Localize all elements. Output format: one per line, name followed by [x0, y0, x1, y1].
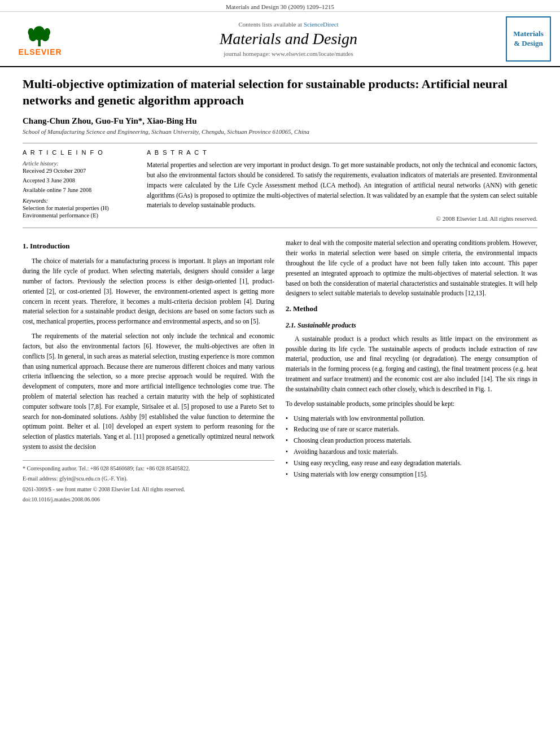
elsevier-logo: ELSEVIER [9, 22, 71, 56]
body-columns: 1. Introduction The choice of materials … [23, 238, 537, 506]
journal-reference: Materials and Design 30 (2009) 1209–1215 [226, 3, 334, 10]
info-abstract-row: A R T I C L E I N F O Article history: R… [23, 143, 537, 228]
copyright-notice: © 2008 Elsevier Ltd. All rights reserved… [147, 215, 537, 222]
journal-name-block: Contents lists available at ScienceDirec… [71, 21, 506, 57]
keyword-2: Environmental performance (E) [23, 212, 135, 219]
top-meta-bar: Materials and Design 30 (2009) 1209–1215 [0, 0, 560, 12]
sciencedirect-link[interactable]: ScienceDirect [304, 21, 339, 28]
bullet-item-5: Using easy recycling, easy reuse and eas… [286, 458, 537, 469]
journal-header: ELSEVIER Contents lists available at Sci… [0, 12, 560, 67]
footnote-email: E-mail address: gfyin@scu.edu.cn (G.-F. … [23, 474, 274, 483]
page: Materials and Design 30 (2009) 1209–1215… [0, 0, 560, 747]
body-para-1: The choice of materials for a manufactur… [23, 256, 274, 327]
abstract-text: Material properties and selection are ve… [147, 160, 537, 211]
authors: Chang-Chun Zhou, Guo-Fu Yin*, Xiao-Bing … [23, 116, 537, 126]
body-para-2: The requirements of the material selecti… [23, 331, 274, 452]
article-info-heading: A R T I C L E I N F O [23, 149, 135, 156]
journal-logo-line2: & Design [514, 39, 543, 49]
accepted-date: Accepted 3 June 2008 [23, 177, 135, 184]
contents-link: Contents lists available at ScienceDirec… [71, 21, 506, 28]
keyword-1: Selection for material properties (H) [23, 205, 135, 211]
journal-logo-line1: Materials [513, 29, 543, 39]
body-para-5: To develop sustainable products, some pr… [286, 399, 537, 409]
received-date: Received 29 October 2007 [23, 168, 135, 174]
journal-homepage: journal homepage: www.elsevier.com/locat… [71, 50, 506, 57]
abstract-heading: A B S T R A C T [147, 149, 537, 156]
journal-title: Materials and Design [71, 30, 506, 48]
affiliation: School of Manufacturing Science and Engi… [23, 128, 537, 135]
column-left: 1. Introduction The choice of materials … [23, 238, 274, 506]
bullet-item-3: Choosing clean production process materi… [286, 436, 537, 446]
footnote-issn: 0261-3069/$ - see front matter © 2008 El… [23, 485, 274, 494]
bullet-item-1: Using materials with low environmental p… [286, 414, 537, 424]
section2-heading: 2. Method [286, 303, 537, 314]
main-content: Multi-objective optimization of material… [0, 67, 560, 517]
subsection21-heading: 2.1. Sustainable products [286, 320, 537, 331]
section1-heading: 1. Introduction [23, 241, 274, 252]
footnote-doi: doi:10.1016/j.matdes.2008.06.006 [23, 495, 274, 504]
body-para-4: A sustainable product is a product which… [286, 334, 537, 395]
body-para-3: maker to deal with the composite materia… [286, 238, 537, 299]
journal-logo-right: Materials & Design [506, 16, 551, 62]
elsevier-tree-icon [16, 22, 64, 47]
bullet-item-2: Reducing use of rare or scarce materials… [286, 425, 537, 435]
footnote-corresponding: * Corresponding author. Tel.: +86 028 85… [23, 464, 274, 473]
column-right: maker to deal with the composite materia… [286, 238, 537, 506]
bullet-item-6: Using materials with low energy consumpt… [286, 470, 537, 480]
keywords-label: Keywords: [23, 198, 135, 204]
svg-point-4 [28, 28, 34, 36]
elsevier-wordmark: ELSEVIER [18, 47, 62, 56]
abstract-block: A B S T R A C T Material properties and … [147, 149, 537, 222]
footnote-area: * Corresponding author. Tel.: +86 028 85… [23, 460, 274, 504]
article-info: A R T I C L E I N F O Article history: R… [23, 149, 135, 222]
article-title: Multi-objective optimization of material… [23, 76, 537, 108]
bullet-item-4: Avoiding hazardous and toxic materials. [286, 447, 537, 457]
principles-list: Using materials with low environmental p… [286, 414, 537, 480]
online-date: Available online 7 June 2008 [23, 187, 135, 193]
history-label: Article history: [23, 160, 135, 167]
svg-point-5 [44, 28, 50, 36]
